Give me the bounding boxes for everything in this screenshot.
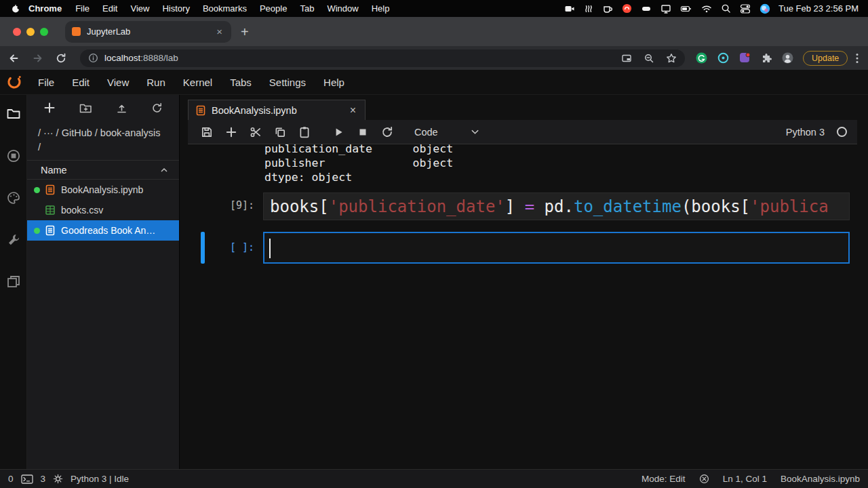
open-tabs-icon[interactable] — [6, 274, 21, 289]
extensions-row — [696, 52, 793, 64]
tab-close-icon[interactable]: × — [214, 26, 224, 37]
execution-prompt: [9]: — [230, 199, 254, 211]
circle-x-icon[interactable] — [699, 474, 709, 484]
browser-tab-jupyterlab[interactable]: JupyterLab × — [65, 21, 231, 43]
dock-tabbar: BookAnalysis.ipynb × — [180, 95, 868, 120]
app-bars-icon[interactable] — [584, 3, 593, 14]
coffee-cup-icon[interactable] — [602, 3, 613, 14]
cursor-position[interactable]: Ln 1, Col 1 — [723, 474, 767, 484]
jlab-menu-view[interactable]: View — [98, 77, 138, 88]
display-icon[interactable] — [660, 3, 671, 14]
siri-icon[interactable] — [760, 3, 770, 14]
jlab-menu-kernel[interactable]: Kernel — [174, 77, 221, 88]
notebook-mode[interactable]: Mode: Edit — [642, 474, 686, 484]
kernel-status-text[interactable]: Python 3 | Idle — [71, 474, 129, 484]
profile-avatar[interactable] — [782, 52, 793, 64]
command-palette-icon[interactable] — [6, 190, 21, 205]
url-bar[interactable]: localhost:8888/lab — [80, 49, 685, 67]
notebook-file-icon — [195, 105, 206, 116]
macos-menu-history[interactable]: History — [162, 3, 189, 14]
macos-menu-file[interactable]: File — [75, 3, 90, 14]
wifi-icon[interactable] — [701, 3, 712, 14]
pip-icon[interactable] — [621, 53, 632, 64]
paste-cells-button[interactable] — [298, 126, 311, 138]
file-row-bookscsv[interactable]: books.csv — [27, 200, 179, 220]
notebook-content[interactable]: publication_date object publisher object… — [188, 144, 857, 469]
window-controls — [13, 28, 48, 36]
jlab-menu-help[interactable]: Help — [315, 77, 353, 88]
macos-app-name[interactable]: Chrome — [28, 3, 62, 14]
macos-menu-tab[interactable]: Tab — [300, 3, 314, 14]
spotlight-icon[interactable] — [721, 3, 731, 14]
extension-badged-icon[interactable] — [739, 52, 751, 64]
macos-menu-help[interactable]: Help — [372, 3, 390, 14]
zoom-window-button[interactable] — [40, 28, 48, 36]
extension-teal-icon[interactable] — [717, 52, 729, 64]
file-browser-icon[interactable] — [6, 106, 21, 121]
file-row-bookanalysis[interactable]: BookAnalysis.ipynb — [27, 180, 179, 200]
kernel-name[interactable]: Python 3 — [786, 127, 825, 138]
kernels-count[interactable]: 3 — [41, 474, 46, 484]
file-row-goodreads[interactable]: Goodreads Book An… — [27, 220, 179, 241]
forward-button[interactable] — [32, 53, 43, 64]
site-info-icon[interactable] — [88, 53, 98, 63]
minimize-window-button[interactable] — [26, 28, 35, 36]
code-line: books['publication_date'] = pd.to_dateti… — [270, 197, 829, 216]
running-dot-icon — [34, 187, 40, 193]
reload-button[interactable] — [56, 53, 66, 64]
file-name: BookAnalysis.ipynb — [61, 184, 149, 195]
menubar-clock[interactable]: Tue Feb 23 2:56 PM — [778, 3, 859, 14]
output-line: publisher object — [264, 156, 857, 170]
browser-toolbar: localhost:8888/lab Update — [0, 46, 868, 70]
new-folder-icon[interactable] — [79, 102, 92, 114]
upload-icon[interactable] — [116, 102, 127, 114]
property-inspector-icon[interactable] — [6, 232, 21, 247]
copy-cells-button[interactable] — [274, 126, 286, 138]
bookmark-star-icon[interactable] — [666, 53, 677, 64]
new-tab-button[interactable]: + — [241, 25, 249, 39]
add-cell-button[interactable] — [225, 126, 237, 138]
close-window-button[interactable] — [13, 28, 21, 36]
macos-menu-edit[interactable]: Edit — [102, 3, 117, 14]
tab-close-icon[interactable]: × — [348, 104, 358, 117]
browser-menu-icon[interactable] — [856, 53, 859, 64]
restart-kernel-button[interactable] — [381, 126, 393, 138]
breadcrumb[interactable]: / ··· / GitHub / book-analysis / — [27, 121, 171, 160]
control-center-icon[interactable] — [740, 3, 751, 14]
jupyterlab-menubar: File Edit View Run Kernel Tabs Settings … — [0, 70, 868, 95]
running-sessions-icon[interactable] — [6, 148, 21, 163]
cell-type-dropdown[interactable]: Code — [414, 127, 479, 138]
macos-menu-people[interactable]: People — [260, 3, 287, 14]
red-app-icon[interactable] — [622, 3, 632, 14]
chrome-update-button[interactable]: Update — [803, 51, 848, 66]
jlab-menu-tabs[interactable]: Tabs — [221, 77, 260, 88]
kernel-status-icon[interactable] — [837, 127, 847, 137]
jlab-menu-edit[interactable]: Edit — [63, 77, 98, 88]
interrupt-kernel-button[interactable] — [357, 126, 369, 138]
pill-app-icon[interactable] — [641, 3, 652, 14]
macos-menu-view[interactable]: View — [130, 3, 149, 14]
macos-menu-bookmarks[interactable]: Bookmarks — [203, 3, 247, 14]
cut-cells-button[interactable] — [250, 126, 262, 138]
name-column-header[interactable]: Name — [27, 160, 179, 180]
extension-green-icon[interactable] — [696, 52, 707, 64]
terminals-count[interactable]: 0 — [8, 474, 14, 484]
notebook-tab[interactable]: BookAnalysis.ipynb × — [188, 100, 366, 120]
save-button[interactable] — [201, 126, 213, 138]
back-button[interactable] — [8, 53, 20, 64]
jlab-menu-run[interactable]: Run — [138, 77, 174, 88]
apple-logo-icon[interactable] — [11, 3, 20, 14]
macos-menu-window[interactable]: Window — [327, 3, 358, 14]
jlab-menu-settings[interactable]: Settings — [260, 77, 315, 88]
zoom-icon[interactable] — [644, 53, 654, 64]
screen-record-icon[interactable] — [564, 3, 575, 14]
extensions-puzzle-icon[interactable] — [761, 53, 772, 64]
run-cell-button[interactable] — [332, 126, 344, 138]
code-editor[interactable]: books['publication_date'] = pd.to_dateti… — [263, 192, 850, 220]
jlab-menu-file[interactable]: File — [29, 77, 63, 88]
active-code-editor[interactable] — [263, 232, 850, 264]
battery-icon[interactable] — [680, 3, 692, 14]
cell-collapser[interactable] — [201, 232, 205, 264]
refresh-icon[interactable] — [151, 102, 163, 114]
new-launcher-icon[interactable] — [43, 102, 56, 114]
